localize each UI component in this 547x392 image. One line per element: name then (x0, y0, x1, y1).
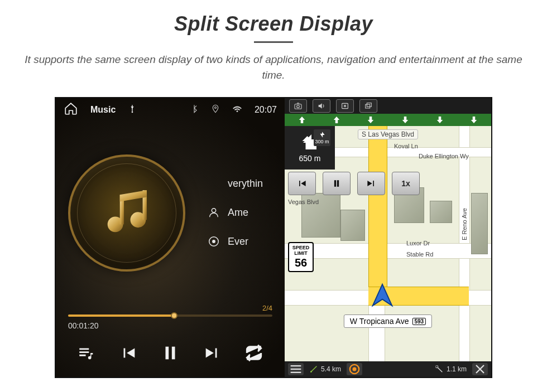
svg-rect-17 (334, 180, 336, 187)
current-street-sign: W Tropicana Ave 593 (344, 314, 432, 328)
current-street-name: W Tropicana Ave (350, 317, 409, 326)
nav-pane: S Las Vegas Blvd Koval Ln Duke Ellington… (285, 98, 491, 377)
system-toolbar (285, 98, 491, 114)
track-counter: 2/4 (68, 304, 272, 312)
home-icon[interactable] (64, 101, 78, 118)
svg-rect-11 (172, 347, 175, 360)
music-controls (56, 335, 285, 377)
map-label-koval: Koval Ln (394, 143, 418, 149)
svg-rect-20 (291, 369, 301, 370)
repeat-button[interactable] (244, 343, 263, 365)
music-app-label: Music (90, 105, 116, 115)
next-button[interactable] (203, 343, 222, 365)
speed-limit-value: 56 (295, 257, 307, 269)
song-title: verythin (228, 178, 263, 190)
route-progress-bar (285, 114, 491, 126)
artist-name: Ame (228, 207, 248, 219)
svg-rect-5 (120, 195, 124, 224)
close-button[interactable] (336, 99, 354, 113)
svg-rect-16 (367, 103, 371, 107)
music-body: verythin Ame Ever (56, 122, 285, 304)
time-elapsed: 00:01:20 (68, 321, 272, 330)
next-turn-distance: 300 m (315, 139, 329, 144)
usb-icon[interactable] (128, 103, 137, 117)
nav-bottom-bar: 5.4 km 1.1 km (285, 361, 491, 377)
distance-done: 5.4 km (309, 365, 341, 374)
track-meta: verythin Ame Ever (208, 178, 263, 248)
distance-remaining: 1.1 km (435, 365, 467, 374)
svg-rect-19 (291, 365, 301, 366)
turn-instruction: 300 m 650 m (285, 126, 335, 170)
sim-speed-button[interactable]: 1x (392, 172, 420, 195)
windows-button[interactable] (359, 99, 377, 113)
location-icon (211, 104, 220, 115)
speed-limit-sign: SPEED LIMIT 56 (288, 242, 314, 272)
svg-point-7 (212, 209, 215, 212)
route-shield: 593 (412, 318, 426, 325)
map-label-duke: Duke Ellington Wy (419, 153, 469, 159)
svg-point-22 (310, 371, 312, 372)
volume-button[interactable] (313, 99, 330, 113)
nav-menu-button[interactable] (288, 363, 304, 375)
wifi-icon (232, 104, 242, 116)
map-label-top-road: S Las Vegas Blvd (358, 129, 418, 139)
svg-rect-15 (366, 104, 370, 108)
svg-rect-6 (143, 190, 147, 220)
svg-point-9 (213, 240, 215, 243)
svg-rect-10 (165, 347, 169, 360)
screenshot-button[interactable] (289, 99, 307, 113)
svg-point-24 (353, 368, 356, 371)
nav-center-button[interactable] (347, 363, 362, 375)
music-pane: Music 20:07 (56, 98, 285, 377)
svg-point-4 (131, 212, 146, 228)
pause-button[interactable] (161, 343, 180, 365)
svg-rect-21 (291, 372, 301, 373)
device-frame: Music 20:07 (56, 98, 491, 377)
map-label-luxor: Luxor Dr (406, 240, 430, 246)
playlist-button[interactable] (77, 343, 96, 365)
turn-distance: 650 m (299, 154, 321, 163)
previous-button[interactable] (119, 343, 138, 365)
sim-next-button[interactable] (357, 172, 385, 195)
page-title: Split Screen Display (22, 12, 525, 36)
sim-prev-button[interactable] (288, 172, 316, 195)
album-name: Ever (228, 236, 248, 248)
progress-bar[interactable] (68, 314, 272, 317)
map-label-vegas-blvd: Vegas Blvd (288, 199, 319, 205)
next-turn-icon: 300 m (314, 129, 330, 146)
svg-rect-12 (295, 104, 301, 109)
svg-point-2 (214, 107, 216, 109)
page-subtitle: It supports the same screen display of t… (22, 52, 525, 83)
sim-speed-label: 1x (401, 179, 410, 188)
bluetooth-icon (190, 104, 199, 115)
map-label-reno: E Reno Ave (461, 208, 468, 240)
album-art[interactable] (68, 154, 185, 272)
status-time: 20:07 (255, 105, 277, 115)
svg-rect-25 (436, 366, 438, 367)
music-topbar: Music 20:07 (56, 98, 285, 122)
nav-close-button[interactable] (472, 363, 488, 375)
title-underline (254, 41, 293, 43)
sim-controls: 1x (288, 172, 420, 195)
map-label-stable: Stable Rd (406, 251, 433, 258)
person-icon (208, 206, 220, 219)
sim-pause-button[interactable] (323, 172, 351, 195)
svg-rect-18 (337, 180, 339, 187)
svg-rect-0 (132, 108, 133, 112)
svg-point-3 (108, 216, 123, 232)
svg-point-13 (297, 105, 300, 108)
progress-area: 2/4 00:01:20 (56, 304, 285, 335)
svg-point-1 (132, 112, 133, 113)
disc-icon (208, 235, 220, 248)
vehicle-marker (370, 282, 395, 310)
